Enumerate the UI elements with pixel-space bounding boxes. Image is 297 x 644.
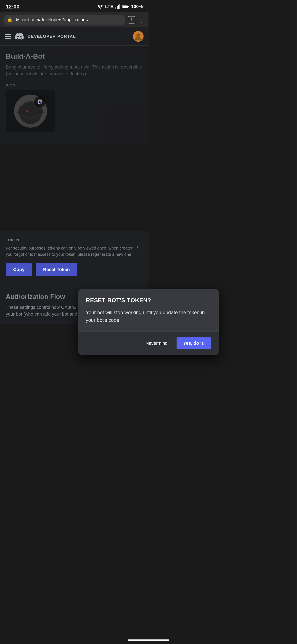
portal-title: DEVELOPER PORTAL xyxy=(28,34,76,39)
battery-icon xyxy=(122,5,129,8)
token-buttons: Copy Reset Token xyxy=(6,263,143,276)
portal-header: DEVELOPER PORTAL xyxy=(0,27,148,46)
bot-icon-container[interactable]: + xyxy=(6,90,55,132)
status-time: 12:00 xyxy=(6,4,19,10)
discord-logo-icon xyxy=(15,33,24,40)
lte-label: LTE xyxy=(105,4,113,9)
modal-title: RESET BOT'S TOKEN? xyxy=(86,297,148,304)
upload-icon-overlay[interactable]: + xyxy=(34,96,45,107)
svg-point-13 xyxy=(26,110,28,112)
svg-rect-6 xyxy=(128,6,129,7)
hamburger-menu[interactable] xyxy=(5,34,11,38)
svg-point-8 xyxy=(136,34,140,37)
url-bar[interactable]: 🔒 discord.com/developers/applications xyxy=(3,15,125,25)
token-section: TOKEN For security purposes, tokens can … xyxy=(0,231,148,293)
lock-icon: 🔒 xyxy=(7,17,12,22)
build-a-bot-description: Bring your app to life by adding a bot u… xyxy=(6,64,143,77)
svg-rect-0 xyxy=(115,7,116,9)
svg-rect-1 xyxy=(117,6,118,9)
battery-label: 100% xyxy=(131,4,143,9)
status-bar: 12:00 LTE 100% xyxy=(0,0,148,12)
page-content: Build-A-Bot Bring your app to life by ad… xyxy=(0,46,148,144)
reset-token-button[interactable]: Reset Token xyxy=(36,263,77,276)
signal-icon xyxy=(115,4,120,9)
svg-rect-5 xyxy=(122,6,128,8)
modal-body: RESET BOT'S TOKEN? Your bot will stop wo… xyxy=(78,289,148,324)
user-avatar[interactable] xyxy=(133,31,144,42)
build-a-bot-title: Build-A-Bot xyxy=(6,52,143,60)
reset-token-modal: RESET BOT'S TOKEN? Your bot will stop wo… xyxy=(78,289,148,324)
svg-text:+: + xyxy=(40,102,42,104)
svg-rect-3 xyxy=(119,4,120,9)
portal-nav-left: DEVELOPER PORTAL xyxy=(5,33,76,40)
browser-menu-button[interactable]: ⋮ xyxy=(138,16,145,23)
status-icons: LTE 100% xyxy=(97,4,143,9)
url-text: discord.com/developers/applications xyxy=(15,17,122,22)
wifi-icon xyxy=(97,4,103,9)
browser-bar: 🔒 discord.com/developers/applications 1 … xyxy=(0,12,148,27)
modal-body-text: Your bot will stop working until you upd… xyxy=(86,308,148,324)
copy-token-button[interactable]: Copy xyxy=(6,263,32,276)
tab-count-badge[interactable]: 1 xyxy=(128,16,135,24)
token-field-label: TOKEN xyxy=(6,238,143,242)
svg-rect-2 xyxy=(118,5,119,9)
token-description: For security purposes, tokens can only b… xyxy=(6,245,143,258)
icon-field-label: ICON xyxy=(6,84,143,88)
